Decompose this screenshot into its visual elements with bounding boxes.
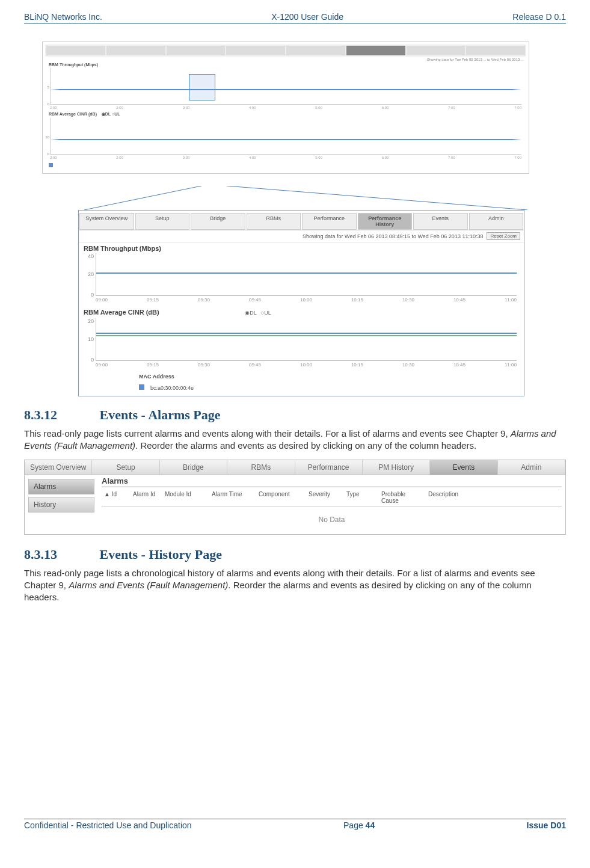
ul-radio[interactable]: UL <box>264 310 271 316</box>
cinr-radio-row: ◉DL ○UL <box>167 310 271 316</box>
tab-events[interactable]: Events <box>430 460 497 475</box>
mini-chart-cinr: 0 10 <box>50 118 521 155</box>
tab-setup[interactable]: Setup <box>92 460 159 475</box>
mac-label: MAC Address <box>139 374 174 380</box>
zoom-region-box <box>189 74 215 100</box>
col-component[interactable]: Component <box>256 491 306 504</box>
col-type[interactable]: Type <box>344 491 379 504</box>
big-chart-throughput: 0 20 40 <box>96 253 517 296</box>
mini-chart1-title: RBM Throughput (Mbps) <box>45 63 526 67</box>
performance-history-zoom-screenshot: System Overview Setup Bridge RBMs Perfor… <box>78 210 524 396</box>
col-alarm-time[interactable]: Alarm Time <box>209 491 256 504</box>
big-tabs: System Overview Setup Bridge RBMs Perfor… <box>79 213 524 230</box>
col-module-id[interactable]: Module Id <box>162 491 209 504</box>
section-body-8-3-13: This read-only page lists a chronologica… <box>24 567 566 604</box>
reset-zoom-button[interactable]: Reset Zoom <box>487 232 520 240</box>
header-left: BLiNQ Networks Inc. <box>24 12 102 22</box>
tab-rbms[interactable]: RBMs <box>247 213 301 230</box>
tab-performance-history[interactable]: Performance History <box>358 213 413 230</box>
mini-xticks-1: 2:00 2:00 3:00 4:00 5:00 6:00 7:00 7:00 <box>50 106 521 109</box>
col-probable-cause[interactable]: Probable Cause <box>379 491 426 504</box>
series-legend-dot <box>139 384 144 390</box>
mini-xticks-2: 2:00 2:00 3:00 4:00 5:00 6:00 7:00 7:00 <box>50 156 521 159</box>
tab-performance[interactable]: Performance <box>295 460 363 475</box>
col-id[interactable]: ▲ Id <box>102 491 131 504</box>
big-xticks-2: 09:00 09:15 09:30 09:45 10:00 10:15 10:3… <box>96 362 517 368</box>
mac-row: MAC Address <box>79 371 524 384</box>
alarms-panel-title: Alarms <box>102 476 562 487</box>
tab-system-overview[interactable]: System Overview <box>25 460 92 475</box>
svg-line-0 <box>84 186 201 210</box>
sidebar-item-history[interactable]: History <box>28 497 94 512</box>
section-heading-8-3-12: 8.3.12 Events - Alarms Page <box>24 407 566 423</box>
tab-admin[interactable]: Admin <box>469 213 524 230</box>
tab-setup[interactable]: Setup <box>135 213 190 230</box>
footer-page: Page 44 <box>343 820 375 830</box>
header-right: Release D 0.1 <box>512 12 566 22</box>
svg-line-1 <box>227 186 527 210</box>
series-legend-dot <box>49 163 53 167</box>
big-chart1-title: RBM Throughput (Mbps) <box>79 242 524 252</box>
tab-system-overview[interactable]: System Overview <box>79 213 134 230</box>
alarms-table-header: ▲ Id Alarm Id Module Id Alarm Time Compo… <box>102 489 562 506</box>
tab-pm-history[interactable]: PM History <box>363 460 430 475</box>
section-body-8-3-12: This read-only page lists current alarms… <box>24 428 566 452</box>
zoom-info-row: Showing data for Wed Feb 06 2013 08:49:1… <box>79 230 524 242</box>
page-header: BLiNQ Networks Inc. X-1200 User Guide Re… <box>24 12 566 23</box>
col-description[interactable]: Description <box>426 491 562 504</box>
mini-tabs <box>45 45 526 57</box>
alarms-no-data: No Data <box>102 506 562 533</box>
footer-issue: Issue D01 <box>527 820 566 830</box>
zoom-range-text: Showing data for Wed Feb 06 2013 08:49:1… <box>303 233 483 239</box>
dl-radio[interactable]: DL <box>250 310 256 316</box>
big-chart2-title: RBM Average CINR (dB) <box>79 306 164 316</box>
footer-left: Confidential - Restricted Use and Duplic… <box>24 820 192 830</box>
col-severity[interactable]: Severity <box>306 491 344 504</box>
tab-rbms[interactable]: RBMs <box>227 460 295 475</box>
events-alarms-screenshot: System Overview Setup Bridge RBMs Perfor… <box>24 460 566 535</box>
mini-info-line: Showing data for Tue Feb 05 2013 ... to … <box>45 57 526 63</box>
sidebar-item-alarms[interactable]: Alarms <box>28 479 94 494</box>
tab-bridge[interactable]: Bridge <box>160 460 227 475</box>
page-footer: Confidential - Restricted Use and Duplic… <box>24 819 566 830</box>
mini-chart2-title: RBM Average CINR (dB) ◉DL ○UL <box>45 112 526 117</box>
alarm-sidebar: Alarms History <box>25 475 98 534</box>
big-xticks-1: 09:00 09:15 09:30 09:45 10:00 10:15 10:3… <box>96 297 517 303</box>
header-center: X-1200 User Guide <box>271 12 343 22</box>
tab-bridge[interactable]: Bridge <box>191 213 245 230</box>
alarm-tabs: System Overview Setup Bridge RBMs Perfor… <box>25 460 565 475</box>
section-heading-8-3-13: 8.3.13 Events - History Page <box>24 547 566 562</box>
big-chart-cinr: 0 10 20 <box>96 318 517 361</box>
tab-performance[interactable]: Performance <box>302 213 357 230</box>
zoom-connector <box>42 186 548 210</box>
mac-value: bc:a0:30:00:00:4e <box>150 385 194 391</box>
mini-chart-throughput: 0 5 <box>50 68 521 105</box>
tab-admin[interactable]: Admin <box>498 460 565 475</box>
col-alarm-id[interactable]: Alarm Id <box>131 491 162 504</box>
performance-history-mini-screenshot: Showing data for Tue Feb 05 2013 ... to … <box>42 42 529 174</box>
tab-events[interactable]: Events <box>413 213 468 230</box>
